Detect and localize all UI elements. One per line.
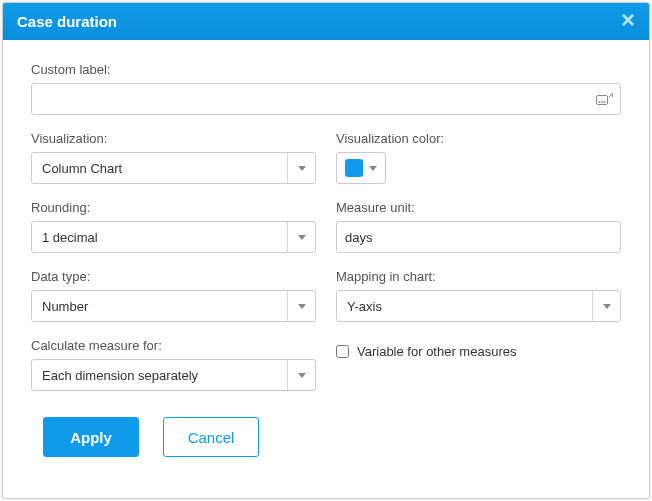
calculate-for-value: Each dimension separately (32, 360, 287, 390)
dialog-title: Case duration (17, 13, 117, 30)
chevron-down-icon[interactable] (592, 291, 620, 321)
mapping-value: Y-axis (337, 291, 592, 321)
data-type-label: Data type: (31, 269, 316, 284)
apply-button[interactable]: Apply (43, 417, 139, 457)
rounding-combo[interactable]: 1 decimal (31, 221, 316, 253)
svg-point-2 (601, 101, 603, 103)
chevron-down-icon[interactable] (287, 360, 315, 390)
chevron-down-icon (369, 166, 377, 171)
visualization-combo[interactable]: Column Chart (31, 152, 316, 184)
custom-label-input[interactable] (31, 83, 621, 115)
svg-rect-0 (597, 96, 608, 105)
visualization-color-label: Visualization color: (336, 131, 621, 146)
cancel-button[interactable]: Cancel (163, 417, 259, 457)
calculate-for-label: Calculate measure for: (31, 338, 316, 353)
data-type-combo[interactable]: Number (31, 290, 316, 322)
dialog-case-duration: Case duration × Custom label: (2, 2, 650, 499)
chevron-down-icon[interactable] (287, 291, 315, 321)
dialog-footer: Apply Cancel (31, 407, 621, 457)
chevron-down-icon[interactable] (287, 153, 315, 183)
visualization-color-picker[interactable] (336, 152, 386, 184)
svg-point-3 (604, 101, 606, 103)
visualization-value: Column Chart (32, 153, 287, 183)
svg-point-1 (599, 101, 601, 103)
measure-unit-label: Measure unit: (336, 200, 621, 215)
close-icon[interactable]: × (621, 13, 635, 27)
label-builder-icon[interactable] (595, 89, 615, 109)
custom-label-label: Custom label: (31, 62, 621, 77)
variable-for-others-label: Variable for other measures (357, 344, 516, 359)
color-swatch (345, 159, 363, 177)
mapping-label: Mapping in chart: (336, 269, 621, 284)
variable-for-others-checkbox[interactable] (336, 345, 349, 358)
mapping-combo[interactable]: Y-axis (336, 290, 621, 322)
rounding-label: Rounding: (31, 200, 316, 215)
chevron-down-icon[interactable] (287, 222, 315, 252)
calculate-for-combo[interactable]: Each dimension separately (31, 359, 316, 391)
dialog-header: Case duration × (3, 3, 649, 40)
measure-unit-input[interactable] (336, 221, 621, 253)
dialog-body: Custom label: Visualization: (3, 40, 649, 498)
rounding-value: 1 decimal (32, 222, 287, 252)
visualization-label: Visualization: (31, 131, 316, 146)
data-type-value: Number (32, 291, 287, 321)
